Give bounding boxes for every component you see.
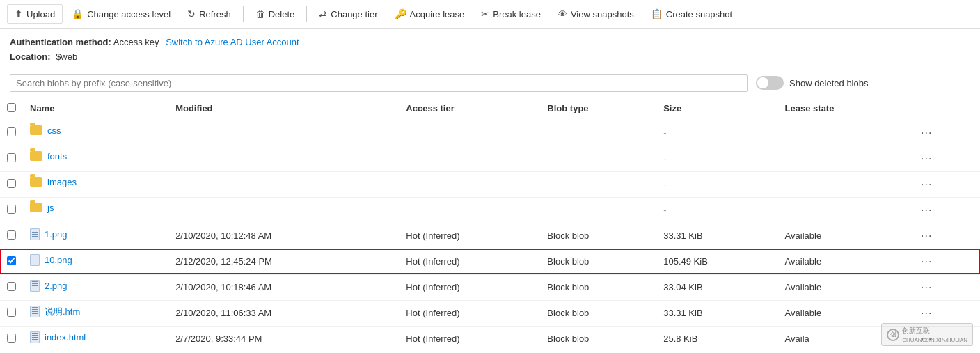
col-name: Name bbox=[23, 97, 168, 120]
acquire-lease-button[interactable]: 🔑 Acquire lease bbox=[387, 4, 473, 24]
col-checkbox bbox=[0, 97, 23, 120]
name-cell: js bbox=[23, 198, 168, 218]
item-name[interactable]: index.html bbox=[45, 332, 86, 343]
change-access-button[interactable]: 🔒 Change access level bbox=[64, 4, 178, 24]
size-cell: 33.04 KiB bbox=[656, 274, 777, 300]
view-snapshots-button[interactable]: 👁 View snapshots bbox=[550, 4, 642, 24]
item-name[interactable]: 2.png bbox=[45, 281, 68, 291]
name-cell: 说明.htm bbox=[23, 301, 168, 323]
refresh-icon: ↻ bbox=[187, 8, 196, 19]
row-checkbox[interactable] bbox=[7, 334, 16, 343]
table-header-row: Name Modified Access tier Blob type Size… bbox=[0, 97, 980, 120]
view-snapshots-icon: 👁 bbox=[558, 8, 567, 19]
blob-type-cell bbox=[540, 171, 656, 197]
item-name[interactable]: 说明.htm bbox=[45, 306, 80, 318]
item-name[interactable]: js bbox=[47, 203, 54, 213]
row-checkbox[interactable] bbox=[7, 127, 16, 136]
table-row[interactable]: fonts-··· bbox=[0, 146, 980, 171]
file-icon bbox=[30, 280, 40, 292]
blob-type-cell: Block blob bbox=[540, 223, 656, 249]
modified-cell bbox=[168, 197, 399, 223]
more-options-button[interactable]: ··· bbox=[917, 177, 936, 192]
create-snapshot-icon: 📋 bbox=[651, 8, 663, 19]
item-name[interactable]: 10.png bbox=[45, 255, 72, 265]
item-name[interactable]: 1.png bbox=[45, 229, 68, 240]
toggle-wrap: Show deleted blobs bbox=[756, 76, 868, 90]
create-snapshot-button[interactable]: 📋 Create snapshot bbox=[643, 4, 740, 24]
more-options-button[interactable]: ··· bbox=[917, 125, 936, 141]
row-checkbox[interactable] bbox=[7, 256, 16, 265]
modified-cell: 2/12/2020, 12:45:24 PM bbox=[168, 249, 399, 274]
table-row[interactable]: 说明.htm2/10/2020, 11:06:33 AMHot (Inferre… bbox=[0, 300, 980, 326]
more-options-button[interactable]: ··· bbox=[917, 306, 936, 321]
lock-icon: 🔒 bbox=[72, 8, 84, 19]
modified-cell: 2/10/2020, 10:12:48 AM bbox=[168, 223, 399, 249]
row-checkbox[interactable] bbox=[7, 153, 16, 162]
access-tier-cell: Hot (Inferred) bbox=[399, 326, 540, 352]
table-row[interactable]: 1.png2/10/2020, 10:12:48 AMHot (Inferred… bbox=[0, 223, 980, 249]
more-options-button[interactable]: ··· bbox=[917, 254, 936, 269]
blob-type-cell bbox=[540, 146, 656, 171]
table-row[interactable]: 2.png2/10/2020, 10:18:46 AMHot (Inferred… bbox=[0, 274, 980, 300]
more-options-button[interactable]: ··· bbox=[917, 151, 936, 166]
more-options-button[interactable]: ··· bbox=[917, 280, 936, 295]
access-tier-cell: Hot (Inferred) bbox=[399, 249, 540, 274]
size-cell: 33.31 KiB bbox=[656, 223, 777, 249]
info-bar: Authentication method: Access key Switch… bbox=[0, 29, 980, 69]
search-input[interactable] bbox=[16, 78, 741, 88]
row-checkbox[interactable] bbox=[7, 230, 16, 240]
modified-cell: 2/10/2020, 10:18:46 AM bbox=[168, 274, 399, 300]
change-tier-button[interactable]: ⇄ Change tier bbox=[311, 4, 385, 24]
break-lease-icon: ✂ bbox=[481, 8, 489, 19]
access-tier-cell: Hot (Inferred) bbox=[399, 274, 540, 300]
refresh-button[interactable]: ↻ Refresh bbox=[180, 4, 239, 24]
folder-icon bbox=[30, 151, 42, 161]
search-bar: Show deleted blobs bbox=[0, 69, 980, 97]
blob-type-cell bbox=[540, 197, 656, 223]
break-lease-button[interactable]: ✂ Break lease bbox=[473, 4, 548, 24]
folder-icon bbox=[30, 177, 42, 187]
modified-cell: 2/7/2020, 9:33:44 PM bbox=[168, 326, 399, 352]
name-cell: 1.png bbox=[23, 223, 168, 245]
blob-type-cell bbox=[540, 120, 656, 146]
size-cell: - bbox=[656, 171, 777, 197]
select-all-checkbox[interactable] bbox=[7, 103, 16, 112]
lease-state-cell: Available bbox=[778, 249, 910, 274]
folder-icon bbox=[30, 125, 42, 135]
toggle-label: Show deleted blobs bbox=[789, 78, 868, 88]
watermark-label: 创新互联 CHUANGJIN.XIN/HULIAN bbox=[902, 326, 967, 343]
item-name[interactable]: fonts bbox=[47, 151, 67, 162]
table-row[interactable]: css-··· bbox=[0, 120, 980, 146]
col-blob-type: Blob type bbox=[540, 97, 656, 120]
more-options-button[interactable]: ··· bbox=[917, 228, 936, 244]
size-cell: 33.31 KiB bbox=[656, 300, 777, 326]
location-value: $web bbox=[56, 52, 77, 62]
col-modified: Modified bbox=[168, 97, 399, 120]
show-deleted-toggle[interactable] bbox=[756, 76, 784, 90]
row-checkbox[interactable] bbox=[7, 179, 16, 188]
delete-icon: 🗑 bbox=[255, 8, 265, 19]
table-row[interactable]: js-··· bbox=[0, 197, 980, 223]
table-row[interactable]: index.html2/7/2020, 9:33:44 PMHot (Infer… bbox=[0, 326, 980, 352]
delete-button[interactable]: 🗑 Delete bbox=[248, 4, 303, 24]
lease-state-cell bbox=[778, 197, 910, 223]
modified-cell: 2/10/2020, 11:06:33 AM bbox=[168, 300, 399, 326]
row-checkbox[interactable] bbox=[7, 205, 16, 214]
row-checkbox[interactable] bbox=[7, 308, 16, 317]
row-checkbox[interactable] bbox=[7, 282, 16, 291]
search-wrap[interactable] bbox=[10, 74, 748, 92]
name-cell: fonts bbox=[23, 146, 168, 166]
item-name[interactable]: css bbox=[47, 125, 61, 136]
upload-button[interactable]: ⬆ Upload bbox=[7, 4, 63, 24]
more-options-button[interactable]: ··· bbox=[917, 203, 936, 218]
file-icon bbox=[30, 254, 40, 266]
table-row[interactable]: 10.png2/12/2020, 12:45:24 PMHot (Inferre… bbox=[0, 249, 980, 274]
name-cell: 2.png bbox=[23, 275, 168, 297]
access-tier-cell bbox=[399, 146, 540, 171]
blob-type-cell: Block blob bbox=[540, 326, 656, 352]
switch-auth-link[interactable]: Switch to Azure AD User Account bbox=[166, 37, 299, 47]
access-tier-cell bbox=[399, 120, 540, 146]
auth-method-line: Authentication method: Access key Switch… bbox=[10, 36, 970, 50]
item-name[interactable]: images bbox=[47, 177, 77, 187]
table-row[interactable]: images-··· bbox=[0, 171, 980, 197]
